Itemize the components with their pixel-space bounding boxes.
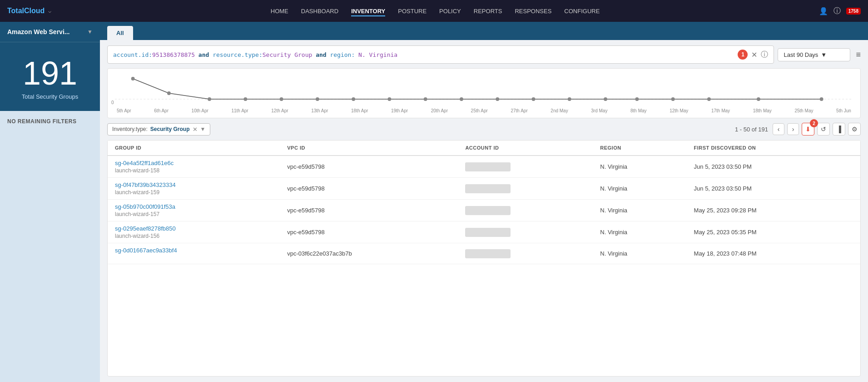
menu-lines-icon[interactable]: ≡ [856,50,861,60]
sidebar-caret-icon[interactable]: ▼ [87,29,93,35]
account-id-cell [458,178,593,200]
query-key-resource: resource.type: [213,51,263,58]
chart-svg [115,74,853,106]
nav-item-inventory[interactable]: INVENTORY [351,6,385,16]
group-id-link[interactable]: sg-0d01667aec9a33bf4 [115,247,177,254]
tab-all[interactable]: All [107,26,133,40]
brand-caret-icon[interactable]: ⌵ [48,8,51,14]
chart-y-label: 0 [111,100,114,105]
chart-x-label: 8th May [630,108,647,113]
group-id-link[interactable]: sg-0f47bf39b34323334 [115,181,176,188]
nav-item-reports[interactable]: REPORTS [474,6,502,16]
chart-x-label: 11th Apr [231,108,248,113]
chart-x-label: 25th May [794,108,813,113]
nav-item-configure[interactable]: CONFIGURE [564,6,600,16]
search-query: account.id:951386378875 and resource.typ… [113,51,735,58]
sidebar-count-label: Total Security Groups [22,93,78,100]
svg-point-16 [671,97,675,101]
search-badge: 1 [738,50,748,60]
filter-tag-value: Security Group [150,126,190,132]
brand-name[interactable]: TotalCloud [7,7,45,15]
filter-tag-remove-icon[interactable]: ✕ [193,126,198,133]
account-id-cell [458,221,593,243]
table-row: sg-0d01667aec9a33bf4 vpc-03f6c22e037ac3b… [108,243,860,264]
svg-point-3 [208,97,211,101]
chart-x-label: 5th Jun [836,108,851,113]
svg-point-8 [387,97,391,101]
nav-item-policy[interactable]: POLICY [439,6,461,16]
vpc-id-cell: vpc-e59d5798 [280,200,458,221]
group-id-link[interactable]: sg-05b970c00f091f53a [115,203,175,210]
app-body: Amazon Web Servi... ▼ 191 Total Security… [0,22,868,382]
chart-x-label: 19th Apr [391,108,408,113]
search-help-icon[interactable]: ⓘ [761,50,768,60]
vpc-id-cell: vpc-e59d5798 [280,178,458,200]
svg-point-14 [604,97,607,101]
svg-point-19 [820,97,823,101]
chart-x-label: 17th May [711,108,730,113]
nav-item-dashboard[interactable]: DASHBOARD [301,6,338,16]
svg-point-7 [352,97,355,101]
svg-point-17 [707,97,711,101]
region-cell: N. Virginia [593,221,686,243]
nav-item-posture[interactable]: POSTURE [398,6,427,16]
account-id-redacted [465,184,511,193]
refresh-button[interactable]: ↺ [817,123,830,136]
svg-point-11 [496,97,499,101]
svg-point-12 [532,97,536,101]
search-clear-icon[interactable]: ✕ [751,50,757,59]
col-discovered: FIRST DISCOVERED ON [687,141,860,156]
svg-point-4 [243,97,247,101]
filter-tag-key: Inventory.type: [112,126,148,132]
discovered-cell: Jun 5, 2023 03:50 PM [687,156,860,178]
group-sub-label: launch-wizard-159 [108,189,280,199]
svg-point-10 [460,97,463,101]
search-row: account.id:951386378875 and resource.typ… [107,45,861,64]
svg-point-18 [757,97,760,101]
pagination-next-button[interactable]: › [787,123,799,135]
discovered-cell: May 18, 2023 07:48 PM [687,243,860,264]
search-box[interactable]: account.id:951386378875 and resource.typ… [107,45,774,64]
chart-x-label: 5th Apr [117,108,131,113]
help-icon[interactable]: ⓘ [833,6,841,16]
chart-x-label: 18th May [753,108,772,113]
region-cell: N. Virginia [593,178,686,200]
date-range-caret-icon: ▼ [821,51,827,58]
account-id-redacted [465,228,511,237]
date-range-selector[interactable]: Last 90 Days ▼ [778,48,850,61]
sidebar-count-number: 191 [23,57,77,90]
svg-point-6 [316,97,319,101]
top-right-icons: 👤 ⓘ 1758 [819,6,861,16]
query-key-account: account.id: [113,51,152,58]
query-and-1: and [195,51,213,58]
sidebar-account-name: Amazon Web Servi... [7,28,69,35]
filter-tag-expand-icon[interactable]: ▼ [200,126,206,132]
col-vpc-id: VPC ID [280,141,458,156]
group-id-link[interactable]: sg-0295eaef8278fb850 [115,225,176,232]
chart-toggle-button[interactable]: ▐ [833,123,845,136]
inventory-table: GROUP ID VPC ID ACCOUNT ID REGION FIRST … [108,141,860,264]
discovered-cell: Jun 5, 2023 03:50 PM [687,178,860,200]
nav-item-home[interactable]: HOME [271,6,288,16]
account-id-cell [458,156,593,178]
chart-x-label: 12th Apr [271,108,288,113]
account-id-redacted [465,206,511,215]
svg-point-15 [635,97,639,101]
sidebar-account-header[interactable]: Amazon Web Servi... ▼ [0,22,100,42]
notification-badge[interactable]: 1758 [846,8,861,15]
chart-x-label: 25th Apr [471,108,488,113]
download-badge: 2 [810,119,818,127]
table-header: GROUP ID VPC ID ACCOUNT ID REGION FIRST … [108,141,860,156]
sidebar: Amazon Web Servi... ▼ 191 Total Security… [0,22,100,382]
filter-tag-inventory[interactable]: Inventory.type: Security Group ✕ ▼ [107,123,210,136]
nav-item-responses[interactable]: RESPONSES [515,6,551,16]
query-key-region: region: [330,51,355,58]
account-id-cell [458,243,593,264]
group-id-link[interactable]: sg-0e4a5f2ff1ad61e6c [115,160,174,166]
account-id-redacted [465,249,511,258]
filter-bar: Inventory.type: Security Group ✕ ▼ 1 - 5… [107,123,861,136]
user-icon[interactable]: 👤 [819,7,828,15]
group-sub-label: launch-wizard-158 [108,167,280,177]
pagination-prev-button[interactable]: ‹ [773,123,784,135]
settings-button[interactable]: ⚙ [848,123,861,136]
